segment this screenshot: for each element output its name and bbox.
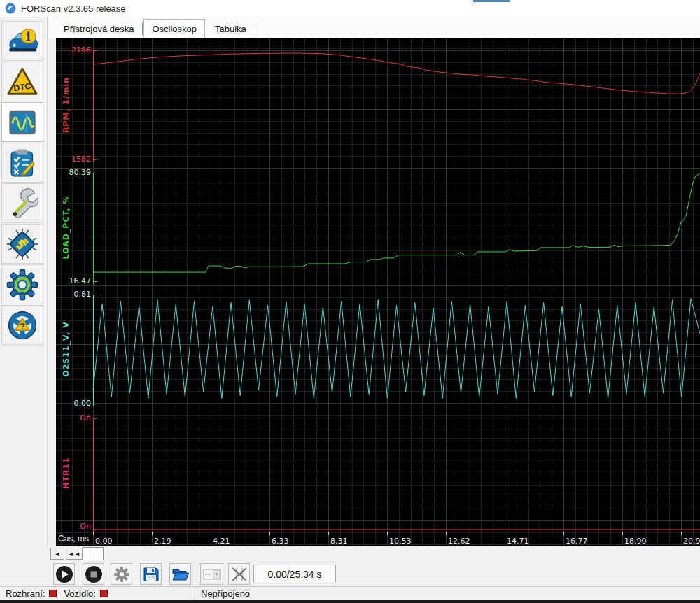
time-tick bbox=[446, 532, 447, 535]
rpm-scale-label: 1582 bbox=[56, 155, 91, 164]
rpm-scale-label: 2186 bbox=[56, 45, 91, 55]
top-window-fragment bbox=[473, 0, 510, 2]
stop-icon bbox=[85, 565, 103, 583]
time-axis-label: Čas, ms bbox=[58, 534, 89, 544]
time-tick-label: 6.33 bbox=[272, 537, 289, 546]
tab-přístrojová-deska[interactable]: Přístrojová deska bbox=[56, 20, 141, 38]
channel-select-dropdown[interactable] bbox=[200, 563, 223, 585]
time-tick-label: 2.19 bbox=[154, 537, 172, 546]
time-tick bbox=[505, 532, 505, 535]
time-tick bbox=[152, 532, 153, 535]
time-tick bbox=[328, 532, 329, 535]
o2-scale-label: 0.81 bbox=[56, 290, 91, 299]
toolbar-gear-icon bbox=[113, 565, 131, 583]
sidebar-item-configuration[interactable] bbox=[1, 224, 43, 264]
o2-scale-label: 0.00 bbox=[56, 399, 91, 408]
sidebar-item-service[interactable] bbox=[1, 183, 43, 223]
markers-toggle-button[interactable] bbox=[228, 563, 250, 585]
scroll-far-left-button[interactable]: ◄◄ bbox=[66, 548, 83, 560]
svg-text:?: ? bbox=[20, 320, 25, 331]
car-info-icon: i bbox=[6, 25, 38, 57]
help-wheel-icon: ? bbox=[6, 309, 38, 341]
load-scale-label: 16.47 bbox=[56, 276, 91, 285]
signal-traces bbox=[56, 38, 700, 546]
vehicle-label: Vozidlo: bbox=[64, 588, 96, 599]
htr-scale-label: On bbox=[56, 413, 91, 423]
window-title: FORScan v2.3.65 release bbox=[21, 3, 126, 14]
time-tick bbox=[211, 532, 211, 535]
time-tick-label: 14.71 bbox=[507, 537, 529, 546]
markers-off-icon bbox=[230, 565, 248, 583]
title-bar: FORScan v2.3.65 release bbox=[0, 0, 700, 17]
sidebar-item-vehicle-info[interactable]: i bbox=[1, 21, 43, 61]
dtc-triangle-icon: DTC bbox=[6, 66, 38, 98]
tab-tabulka[interactable]: Tabulka bbox=[207, 20, 254, 38]
status-bar: Rozhraní: Vozidlo: Nepřipojeno bbox=[0, 586, 700, 600]
scroll-left-button[interactable]: ◄ bbox=[50, 548, 64, 560]
save-button[interactable] bbox=[140, 563, 162, 585]
sidebar-item-help[interactable]: ? bbox=[1, 305, 43, 345]
time-tick-label: 18.90 bbox=[624, 537, 647, 546]
time-tick-label: 10.53 bbox=[389, 537, 412, 546]
oscilloscope-icon bbox=[6, 106, 38, 139]
chip-icon bbox=[6, 228, 38, 260]
sidebar-item-oscilloscope[interactable] bbox=[1, 102, 43, 142]
time-tick-label: 20.96 bbox=[683, 537, 700, 546]
vehicle-led bbox=[100, 590, 108, 597]
tab-osciloskop[interactable]: Osciloskop bbox=[144, 19, 205, 38]
time-tick-label: 8.31 bbox=[330, 537, 348, 546]
time-tick bbox=[270, 532, 270, 535]
time-tick bbox=[93, 532, 94, 535]
interface-led bbox=[49, 590, 57, 597]
dropdown-icon bbox=[203, 565, 221, 583]
tab-separator bbox=[142, 23, 143, 35]
transport-toolbar: 0.00/25.34 s bbox=[0, 561, 700, 586]
sidebar: i DTC bbox=[0, 17, 48, 547]
open-folder-icon bbox=[172, 565, 190, 583]
rpm-channel-label: RPM, 1/min bbox=[62, 77, 71, 133]
sidebar-item-settings[interactable] bbox=[1, 264, 43, 304]
time-tick bbox=[681, 532, 682, 535]
o2-channel-label: O2S11_V, V bbox=[62, 321, 71, 376]
connection-status: Nepřipojeno bbox=[195, 587, 700, 600]
time-tick-label: 0.00 bbox=[95, 537, 113, 546]
tab-separator bbox=[255, 23, 255, 35]
time-tick bbox=[622, 532, 623, 535]
clipboard-tests-icon bbox=[6, 147, 38, 179]
time-tick-label: 12.62 bbox=[448, 537, 470, 546]
load-channel-label: LOAD_PCT, % bbox=[62, 195, 71, 259]
interface-label: Rozhraní: bbox=[6, 588, 45, 599]
stop-button[interactable] bbox=[83, 563, 104, 585]
save-floppy-icon bbox=[142, 565, 160, 583]
app-logo-icon bbox=[5, 3, 16, 14]
time-tick-label: 4.21 bbox=[213, 537, 230, 546]
time-tick bbox=[387, 532, 388, 535]
play-icon bbox=[55, 565, 74, 583]
load-scale-label: 80.39 bbox=[56, 168, 91, 177]
scope-settings-button[interactable] bbox=[111, 563, 132, 585]
oscilloscope-plot: Čas, ms 21861582RPM, 1/min80.3916.47LOAD… bbox=[56, 38, 700, 546]
htr-scale-label: On bbox=[56, 522, 91, 531]
htr-channel-label: HTR11 bbox=[62, 457, 71, 489]
sidebar-item-tests[interactable] bbox=[1, 143, 43, 183]
tab-bar: Přístrojová deskaOsciloskopTabulka bbox=[48, 17, 700, 38]
sidebar-item-dtc[interactable]: DTC bbox=[1, 62, 43, 101]
status-text: Nepřipojeno bbox=[201, 588, 250, 599]
gear-icon bbox=[6, 269, 38, 301]
open-button[interactable] bbox=[169, 563, 191, 585]
tab-separator bbox=[206, 23, 206, 35]
bottom-edge bbox=[0, 600, 700, 603]
scrollbar-thumb[interactable] bbox=[83, 547, 104, 560]
time-position-display[interactable]: 0.00/25.34 s bbox=[253, 565, 336, 583]
play-button[interactable] bbox=[53, 563, 75, 585]
svg-text:i: i bbox=[27, 29, 31, 43]
wrench-icon bbox=[6, 187, 38, 220]
time-tick-label: 16.77 bbox=[566, 537, 588, 546]
time-scrollbar: ◄ ◄◄ bbox=[48, 546, 700, 561]
time-tick bbox=[564, 532, 564, 535]
connection-indicators: Rozhraní: Vozidlo: bbox=[0, 588, 195, 599]
